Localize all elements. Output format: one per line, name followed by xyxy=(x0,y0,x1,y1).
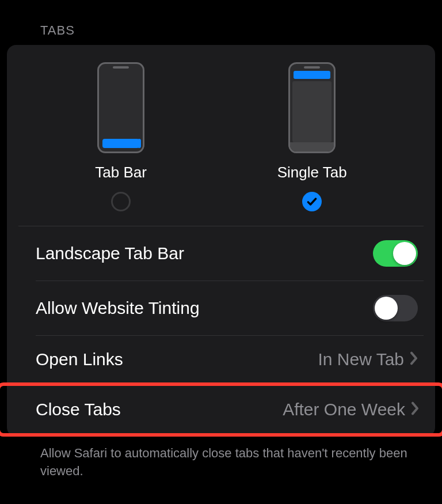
layout-option-tabbar[interactable]: Tab Bar xyxy=(95,62,147,211)
row-value-close-tabs: After One Week xyxy=(283,400,405,419)
tabs-settings-group: Tab Bar Single Tab Landscape Tab Bar xyxy=(7,45,435,437)
chevron-right-icon xyxy=(410,351,418,367)
phone-preview-singletab xyxy=(288,62,336,153)
radio-selected-icon[interactable] xyxy=(302,192,322,211)
radio-unselected-icon[interactable] xyxy=(111,192,131,211)
phone-preview-tabbar xyxy=(97,62,144,153)
row-allow-website-tinting[interactable]: Allow Website Tinting xyxy=(36,281,424,336)
section-footer-text: Allow Safari to automatically close tabs… xyxy=(0,437,442,480)
row-close-tabs[interactable]: Close Tabs After One Week xyxy=(0,382,442,437)
row-open-links[interactable]: Open Links In New Tab xyxy=(36,336,424,383)
layout-label-singletab: Single Tab xyxy=(277,164,347,181)
tab-layout-picker: Tab Bar Single Tab xyxy=(18,45,424,226)
row-value-open-links: In New Tab xyxy=(318,350,404,369)
layout-option-singletab[interactable]: Single Tab xyxy=(277,62,347,211)
toggle-website-tinting[interactable] xyxy=(373,295,418,321)
row-label: Allow Website Tinting xyxy=(36,298,200,318)
layout-label-tabbar: Tab Bar xyxy=(95,164,147,181)
chevron-right-icon xyxy=(411,401,419,418)
row-label: Open Links xyxy=(36,350,123,369)
toggle-landscape-tab-bar[interactable] xyxy=(373,240,418,267)
row-label: Landscape Tab Bar xyxy=(36,244,184,263)
row-label: Close Tabs xyxy=(36,400,121,419)
section-header-tabs: TABS xyxy=(0,0,442,45)
row-landscape-tab-bar[interactable]: Landscape Tab Bar xyxy=(36,226,424,281)
